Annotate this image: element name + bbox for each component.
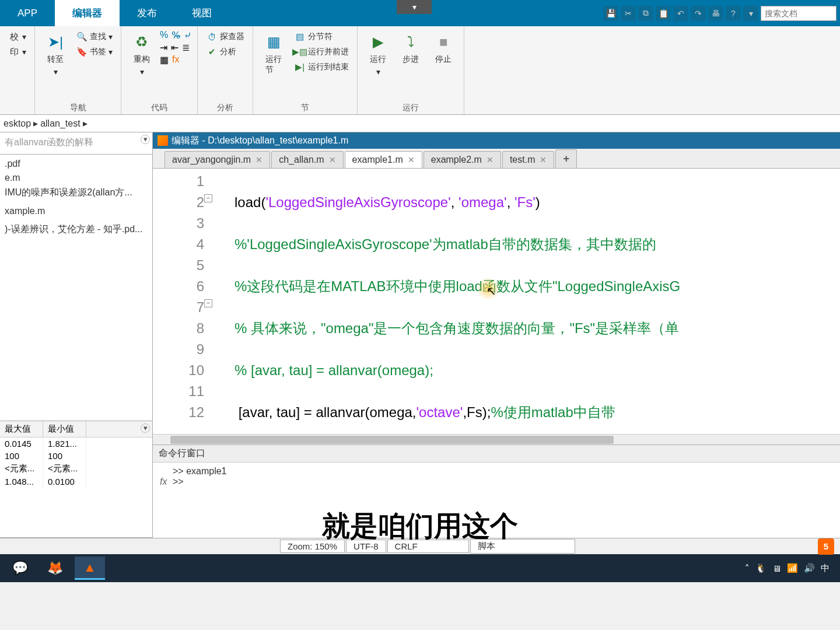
wrap-icon[interactable]: ⤶ [184, 30, 191, 41]
search-icon: 🔍 [76, 31, 88, 43]
list-item[interactable]: xample.m [0, 204, 152, 218]
editor-tab[interactable]: test.m✕ [502, 151, 555, 168]
step-button[interactable]: ⤵ 步进 [396, 30, 425, 67]
list-item[interactable]: )-误差辨识，艾伦方差 - 知乎.pd... [0, 222, 152, 237]
taskbar-firefox[interactable]: 🦊 [40, 556, 70, 580]
indent-icon[interactable]: ⇥ [160, 42, 167, 53]
tray-monitor-icon[interactable]: 🖥 [772, 564, 781, 573]
list-item[interactable]: e.m [0, 171, 152, 185]
run-button[interactable]: ▶ 运行▾ [363, 30, 393, 79]
find-button[interactable]: 🔍查找 ▾ [74, 30, 115, 44]
analyze-button[interactable]: ✔分析 [204, 45, 247, 59]
table-row[interactable]: <元素...<元素... [0, 462, 152, 475]
run-advance-icon: ▶▤ [294, 46, 306, 58]
bookmark-button[interactable]: 🔖书签 ▾ [74, 45, 115, 59]
profiler-button[interactable]: ⏱探查器 [204, 30, 247, 44]
options-icon[interactable]: ▾ [743, 6, 758, 21]
tray-wifi-icon[interactable]: 📶 [787, 563, 798, 573]
status-type[interactable]: 脚本 [470, 539, 575, 554]
command-window[interactable]: 命令行窗口 >> example1 fx>> [153, 444, 840, 538]
code-editor[interactable]: 123456789101112 − − load('LoggedSingleAx… [153, 169, 840, 434]
tray-ime[interactable]: 中 [821, 563, 830, 574]
run-section-button[interactable]: ▦ 运行 节 [259, 30, 288, 78]
editor-tab[interactable]: example2.m✕ [424, 151, 501, 168]
new-tab-button[interactable]: + [555, 149, 577, 168]
ribbon: 校▾ 印▾ ➤| 转至▾ 🔍查找 ▾ 🔖书签 ▾ 导航 ♻ 重构▾ [0, 26, 840, 115]
fx-icon[interactable]: fx [172, 54, 179, 65]
fx-prompt-icon[interactable]: fx [160, 477, 167, 487]
undo-icon[interactable]: ↶ [673, 6, 688, 21]
close-icon[interactable]: ✕ [256, 155, 262, 164]
save-icon[interactable]: 💾 [603, 6, 618, 21]
goto-icon: ➤| [46, 32, 65, 52]
refactor-button[interactable]: ♻ 重构▾ [127, 30, 156, 79]
taskbar-wechat[interactable]: 💬 [5, 556, 35, 580]
editor-tab[interactable]: ch_allan.m✕ [271, 151, 343, 168]
stop-icon: ■ [433, 32, 453, 52]
run-to-end-icon: ▶| [294, 61, 306, 73]
tray-chevron-icon[interactable]: ˄ [745, 563, 750, 573]
horizontal-scrollbar[interactable] [153, 434, 840, 444]
uncomment-icon[interactable]: %̶ [172, 30, 180, 41]
list-item[interactable]: .pdf [0, 157, 152, 171]
workspace-variables[interactable]: 最大值 最小值 0.01451.821... 100100 <元素...<元素.… [0, 421, 152, 488]
var-hdr-min[interactable]: 最小值 [43, 421, 86, 437]
section-break-button[interactable]: ▤分节符 [292, 30, 351, 44]
table-row[interactable]: 1.048...0.0100 [0, 475, 152, 488]
help-icon[interactable]: ? [726, 6, 741, 21]
comment-icon[interactable]: % [160, 30, 168, 41]
run-section-icon: ▦ [264, 32, 284, 52]
fold-icon[interactable]: − [204, 194, 212, 202]
tab-view[interactable]: 视图 [174, 0, 229, 26]
tray-qq-icon[interactable]: 🐧 [755, 563, 766, 573]
bookmark-icon: 🔖 [76, 46, 88, 58]
close-icon[interactable]: ✕ [329, 155, 336, 164]
status-zoom[interactable]: Zoom: 150% [280, 540, 345, 553]
redo-icon[interactable]: ↷ [691, 6, 706, 21]
tab-editor[interactable]: 编辑器 [55, 0, 120, 26]
table-row[interactable]: 0.01451.821... [0, 438, 152, 450]
stop-button[interactable]: ■ 停止 [429, 30, 458, 67]
scroll-thumb[interactable] [170, 436, 614, 444]
outdent-icon[interactable]: ⇤ [171, 42, 178, 53]
search-input[interactable] [761, 9, 836, 18]
nav-group-label: 导航 [41, 100, 115, 113]
pane-options-icon[interactable]: ▾ [141, 424, 150, 433]
system-tray[interactable]: ˄ 🐧 🖥 📶 🔊 中 [745, 563, 835, 574]
code-group-label: 代码 [127, 100, 191, 113]
tray-volume-icon[interactable]: 🔊 [804, 563, 815, 573]
ribbon-collapse-chevron[interactable]: ▾ [397, 0, 432, 14]
taskbar-matlab[interactable]: ▲ [75, 556, 105, 580]
goto-button[interactable]: ➤| 转至▾ [41, 30, 70, 79]
var-hdr-max[interactable]: 最大值 [0, 421, 43, 437]
run-advance-button[interactable]: ▶▤运行并前进 [292, 45, 351, 59]
print-icon[interactable]: 🖶 [708, 6, 723, 21]
copy-icon[interactable]: ⧉ [638, 6, 653, 21]
tab-app[interactable]: APP [0, 0, 55, 26]
format-icon[interactable]: ≣ [182, 42, 190, 53]
print-button[interactable]: 印▾ [6, 45, 29, 59]
status-eol[interactable]: CRLF [387, 540, 469, 553]
fold-icon[interactable]: ▦ [160, 54, 169, 65]
breadcrumb[interactable]: esktop▸ allan_test▸ [0, 115, 840, 132]
compare-button[interactable]: 校▾ [6, 30, 29, 44]
file-browser[interactable]: .pdf e.m IMU的噪声和误差源2(allan方... xample.m … [0, 155, 152, 240]
editor-tab-active[interactable]: example1.m✕ [345, 151, 422, 168]
run-to-end-button[interactable]: ▶|运行到结束 [292, 60, 351, 74]
editor-tab[interactable]: avar_yangongjin.m✕ [164, 151, 270, 168]
list-item[interactable]: IMU的噪声和误差源2(allan方... [0, 185, 152, 201]
search-docs[interactable] [761, 6, 836, 21]
status-encoding[interactable]: UTF-8 [346, 540, 386, 553]
close-icon[interactable]: ✕ [487, 155, 494, 164]
close-icon[interactable]: ✕ [540, 155, 547, 164]
code-body[interactable]: load('LoggedSingleAxisGyroscope', 'omega… [211, 169, 840, 434]
fold-icon[interactable]: − [204, 299, 212, 307]
paste-icon[interactable]: 📋 [656, 6, 671, 21]
tab-publish[interactable]: 发布 [120, 0, 174, 26]
table-row[interactable]: 100100 [0, 450, 152, 462]
analyze-icon: ✔ [206, 46, 218, 58]
left-panels: ▾ 有allanvar函数的解释 .pdf e.m IMU的噪声和误差源2(al… [0, 132, 153, 538]
pane-options-icon[interactable]: ▾ [141, 135, 150, 144]
close-icon[interactable]: ✕ [408, 155, 415, 164]
cut-icon[interactable]: ✂ [621, 6, 636, 21]
